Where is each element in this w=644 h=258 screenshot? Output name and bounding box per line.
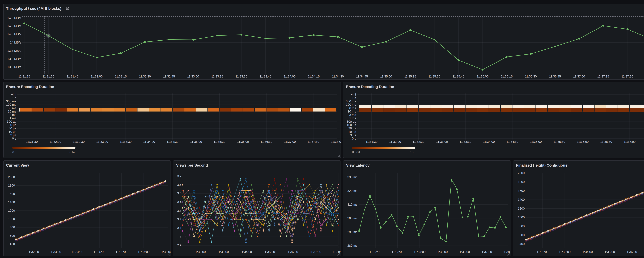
svg-text:14.5 MB/s: 14.5 MB/s <box>7 24 21 28</box>
svg-text:11:33:00: 11:33:00 <box>187 75 199 78</box>
svg-text:2.9: 2.9 <box>177 244 182 247</box>
svg-text:100 ms: 100 ms <box>6 103 16 106</box>
svg-text:11:36:45: 11:36:45 <box>549 75 561 78</box>
svg-text:11:37:00: 11:37:00 <box>573 75 585 78</box>
svg-text:1800: 1800 <box>518 180 524 184</box>
svg-text:310 ms: 310 ms <box>347 203 358 206</box>
svg-text:11:33:30: 11:33:30 <box>460 140 472 144</box>
svg-text:10 ms: 10 ms <box>8 110 16 113</box>
svg-text:11:32:30: 11:32:30 <box>413 140 424 144</box>
svg-text:11:32:00: 11:32:00 <box>370 250 382 254</box>
svg-text:3.6: 3.6 <box>177 183 182 186</box>
svg-text:3.62: 3.62 <box>69 150 75 154</box>
svg-text:11:34:30: 11:34:30 <box>506 140 518 144</box>
svg-text:100 µs: 100 µs <box>7 123 16 127</box>
svg-text:600: 600 <box>10 234 15 237</box>
svg-text:11:35:00: 11:35:00 <box>530 140 542 144</box>
svg-text:0 s: 0 s <box>12 137 16 140</box>
svg-text:1800: 1800 <box>8 184 15 187</box>
svg-text:11:36:00: 11:36:00 <box>237 140 249 144</box>
svg-text:1600: 1600 <box>8 192 15 196</box>
svg-text:300 µs: 300 µs <box>347 120 356 123</box>
svg-text:11:36:30: 11:36:30 <box>260 140 272 144</box>
svg-text:3.5: 3.5 <box>177 192 182 195</box>
svg-text:10 ms: 10 ms <box>348 110 356 113</box>
svg-text:1000: 1000 <box>518 216 524 219</box>
svg-text:11:32:00: 11:32:00 <box>27 250 39 254</box>
svg-text:11:33:00: 11:33:00 <box>49 250 61 254</box>
svg-text:1600: 1600 <box>518 189 524 192</box>
svg-text:11:36:30: 11:36:30 <box>525 75 537 78</box>
svg-text:2000: 2000 <box>518 171 524 174</box>
svg-text:11:34:00: 11:34:00 <box>284 75 296 78</box>
svg-text:0 s: 0 s <box>352 137 356 140</box>
svg-text:11:38:00: 11:38:00 <box>332 250 341 254</box>
svg-text:1400: 1400 <box>518 198 524 201</box>
svg-text:300 µs: 300 µs <box>7 120 16 123</box>
svg-text:11:34:00: 11:34:00 <box>581 250 593 254</box>
svg-text:11:35:00: 11:35:00 <box>380 75 392 78</box>
svg-text:30 µs: 30 µs <box>8 127 16 130</box>
svg-text:11:34:00: 11:34:00 <box>483 140 495 144</box>
svg-text:3 µs: 3 µs <box>350 134 356 137</box>
svg-text:11:35:00: 11:35:00 <box>603 250 615 254</box>
svg-text:11:32:30: 11:32:30 <box>139 75 151 78</box>
svg-text:290 ms: 290 ms <box>347 230 358 234</box>
svg-text:13.5 MB/s: 13.5 MB/s <box>7 57 21 61</box>
svg-text:11:34:15: 11:34:15 <box>308 75 320 78</box>
svg-text:11:35:00: 11:35:00 <box>263 250 275 254</box>
svg-text:3: 3 <box>180 235 182 238</box>
svg-text:11:35:30: 11:35:30 <box>214 140 225 144</box>
svg-text:10 µs: 10 µs <box>8 130 16 134</box>
svg-text:11:31:45: 11:31:45 <box>66 75 78 78</box>
svg-text:400: 400 <box>10 242 15 246</box>
svg-text:11:36:30: 11:36:30 <box>600 140 612 144</box>
svg-text:11:34:45: 11:34:45 <box>356 75 368 78</box>
svg-text:11:33:00: 11:33:00 <box>217 250 229 254</box>
svg-text:11:37:15: 11:37:15 <box>597 75 609 78</box>
svg-text:400: 400 <box>520 242 525 246</box>
svg-text:11:32:00: 11:32:00 <box>194 250 206 254</box>
svg-text:11:37:00: 11:37:00 <box>480 250 492 254</box>
svg-text:11:35:30: 11:35:30 <box>428 75 440 78</box>
svg-text:11:33:15: 11:33:15 <box>211 75 223 78</box>
svg-text:1 s: 1 s <box>352 96 356 100</box>
svg-text:3 µs: 3 µs <box>10 134 16 137</box>
svg-text:11:33:45: 11:33:45 <box>260 75 272 78</box>
svg-text:11:37:00: 11:37:00 <box>310 250 321 254</box>
svg-text:3.3: 3.3 <box>177 209 182 212</box>
svg-text:11:32:45: 11:32:45 <box>163 75 175 78</box>
svg-text:11:35:45: 11:35:45 <box>452 75 464 78</box>
svg-text:1400: 1400 <box>8 200 15 204</box>
svg-text:300 ms: 300 ms <box>6 100 16 103</box>
svg-text:13.3 MB/s: 13.3 MB/s <box>7 66 21 69</box>
svg-text:100 µs: 100 µs <box>347 123 356 127</box>
svg-text:11:38:00: 11:38:00 <box>331 140 341 144</box>
svg-text:3 ms: 3 ms <box>10 113 16 116</box>
svg-text:11:32:00: 11:32:00 <box>91 75 102 78</box>
svg-text:30 ms: 30 ms <box>348 106 356 110</box>
svg-text:330 ms: 330 ms <box>347 175 358 179</box>
svg-text:11:33:30: 11:33:30 <box>235 75 247 78</box>
svg-text:3.18: 3.18 <box>12 150 18 154</box>
svg-text:800: 800 <box>520 224 525 228</box>
svg-text:320 ms: 320 ms <box>347 189 358 192</box>
svg-text:1200: 1200 <box>518 207 524 210</box>
svg-text:11:34:00: 11:34:00 <box>414 250 426 254</box>
svg-text:+Inf: +Inf <box>11 93 16 96</box>
svg-text:11:33:30: 11:33:30 <box>120 140 132 144</box>
svg-text:11:32:00: 11:32:00 <box>537 250 548 254</box>
svg-text:11:33:00: 11:33:00 <box>392 250 404 254</box>
svg-text:+Inf: +Inf <box>351 93 356 96</box>
svg-text:11:31:30: 11:31:30 <box>42 75 54 78</box>
svg-text:1200: 1200 <box>8 209 15 212</box>
svg-text:1000: 1000 <box>8 217 15 220</box>
svg-text:11:35:15: 11:35:15 <box>404 75 416 78</box>
svg-text:800: 800 <box>10 226 15 229</box>
svg-text:11:32:30: 11:32:30 <box>73 140 84 144</box>
svg-text:11:35:30: 11:35:30 <box>554 140 565 144</box>
svg-text:11:32:00: 11:32:00 <box>49 140 61 144</box>
svg-text:169: 169 <box>410 150 415 154</box>
svg-text:11:31:30: 11:31:30 <box>26 140 38 144</box>
svg-text:11:38:00: 11:38:00 <box>160 250 171 254</box>
